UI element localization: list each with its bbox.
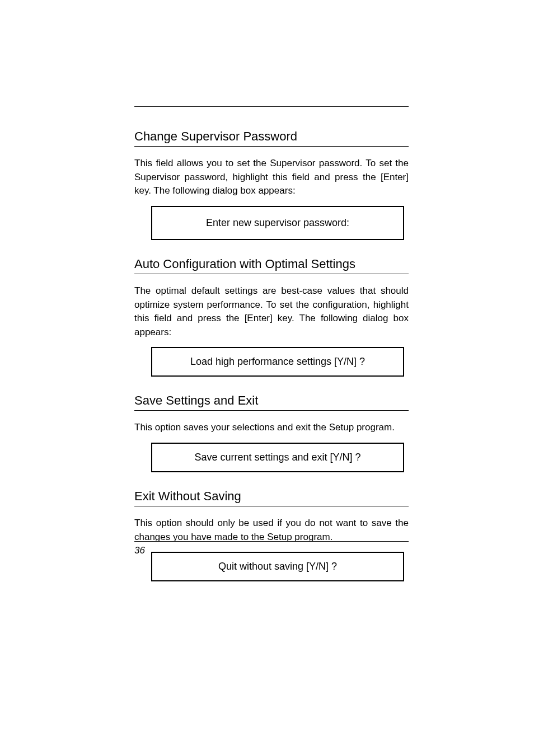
section-body: This option should only be used if you d… <box>134 516 409 544</box>
page-number: 36 <box>134 545 409 556</box>
section-heading: Change Supervisor Password <box>134 129 409 147</box>
section-save-settings: Save Settings and Exit This option saves… <box>134 393 409 472</box>
top-rule <box>134 106 409 107</box>
section-body: This field allows you to set the Supervi… <box>134 157 409 198</box>
page-content: Change Supervisor Password This field al… <box>134 106 409 598</box>
section-heading: Auto Configuration with Optimal Settings <box>134 257 409 274</box>
section-auto-configuration: Auto Configuration with Optimal Settings… <box>134 257 409 377</box>
dialog-box: Save current settings and exit [Y/N] ? <box>151 443 404 472</box>
section-change-supervisor-password: Change Supervisor Password This field al… <box>134 129 409 240</box>
dialog-box: Enter new supervisor password: <box>151 206 404 240</box>
page-footer: 36 <box>134 541 409 556</box>
dialog-box: Load high performance settings [Y/N] ? <box>151 347 404 377</box>
dialog-box: Quit without saving [Y/N] ? <box>151 552 404 581</box>
section-heading: Exit Without Saving <box>134 489 409 506</box>
section-heading: Save Settings and Exit <box>134 393 409 411</box>
section-exit-without-saving: Exit Without Saving This option should o… <box>134 489 409 581</box>
section-body: The optimal default settings are best-ca… <box>134 284 409 340</box>
section-body: This option saves your selections and ex… <box>134 421 409 435</box>
footer-rule <box>134 541 409 542</box>
